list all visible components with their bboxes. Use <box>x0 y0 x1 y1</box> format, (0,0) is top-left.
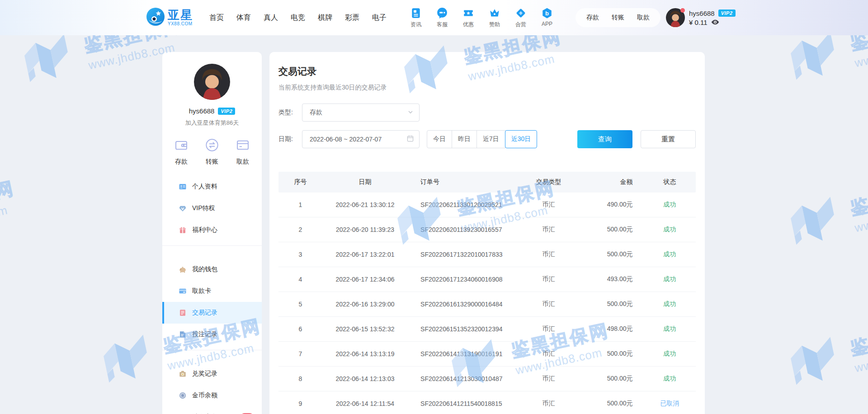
sidebar-item-兑奖记录[interactable]: 兑奖记录 <box>162 363 262 385</box>
nav-link-首页[interactable]: 首页 <box>209 13 224 23</box>
table-cell: 4 <box>278 276 322 283</box>
deposit-icon <box>174 138 189 154</box>
sidebar-item-福利中心[interactable]: 福利中心 <box>162 219 262 241</box>
sidebar-item-我的钱包[interactable]: 我的钱包 <box>162 259 262 280</box>
range-button-今日[interactable]: 今日 <box>427 130 452 148</box>
nav-shortcut-label: 优惠 <box>463 21 474 28</box>
type-select[interactable]: 存款 <box>302 104 420 122</box>
table-cell: 7 <box>278 350 322 358</box>
date-range-input[interactable]: 2022-06-08 ~ 2022-07-07 <box>302 130 420 148</box>
sidebar-item-个人资料[interactable]: 个人资料 <box>162 176 262 198</box>
nav-shortcut-合营[interactable]: 合营 <box>514 7 528 28</box>
watermark-shield-logo <box>781 193 851 254</box>
status-text: 已取消 <box>644 400 696 408</box>
range-button-近7日[interactable]: 近7日 <box>476 130 505 148</box>
table-cell: 500.00元 <box>590 226 644 234</box>
table-cell: 2022-06-14 12:13:03 <box>322 375 408 382</box>
nav-shortcut-客服[interactable]: 客服 <box>435 7 449 28</box>
quick-action-转账[interactable]: 转账 <box>205 138 219 166</box>
nav-link-彩票[interactable]: 彩票 <box>345 13 359 23</box>
partner-icon <box>515 7 527 19</box>
sidebar-item-取款卡[interactable]: 取款卡 <box>162 280 262 302</box>
table-cell: SF202206161329000016484 <box>408 301 508 308</box>
bet-record-icon <box>179 330 187 339</box>
top-navbar: 亚星 YX88.COM 首页体育真人电竞棋牌彩票电子 资讯客服优惠赞助合营bAP… <box>0 0 868 35</box>
table-cell: 币汇 <box>508 350 590 358</box>
column-header: 交易类型 <box>508 178 590 186</box>
nav-link-电竞[interactable]: 电竞 <box>291 13 305 23</box>
vip-badge: VIP2 <box>218 108 235 115</box>
eye-icon[interactable] <box>711 19 719 25</box>
table-cell: 500.00元 <box>590 300 644 308</box>
wallet-action-存款[interactable]: 存款 <box>580 10 605 25</box>
watermark: 鉴黑担保网www.jhdb8.com <box>0 171 21 254</box>
svg-text:b: b <box>545 9 549 16</box>
type-filter-label: 类型: <box>278 108 302 117</box>
table-header-row: 序号日期订单号交易类型金额状态 <box>278 172 696 193</box>
nav-link-电子[interactable]: 电子 <box>372 13 387 23</box>
quick-action-存款[interactable]: 存款 <box>174 138 189 166</box>
site-logo[interactable]: 亚星 YX88.COM <box>146 7 193 28</box>
menu-divider <box>162 350 262 350</box>
table-cell: 5 <box>278 301 322 308</box>
table-row: 52022-06-16 13:29:00SF202206161329000016… <box>278 292 696 317</box>
nav-shortcut-资讯[interactable]: 资讯 <box>409 7 423 28</box>
sidebar-item-投注记录[interactable]: 投注记录 <box>162 324 262 345</box>
sidebar-item-label: 投注记录 <box>192 330 217 339</box>
table-cell: SF202206141313190016191 <box>408 350 508 358</box>
watermark-shield-logo <box>781 28 851 89</box>
profile-icon <box>179 183 187 191</box>
nav-link-真人[interactable]: 真人 <box>264 13 278 23</box>
table-cell: 500.00元 <box>590 375 644 383</box>
table-row: 82022-06-14 12:13:03SF202206141213030010… <box>278 367 696 391</box>
table-cell: 币汇 <box>508 250 590 259</box>
calendar-icon <box>407 135 414 143</box>
sidebar-item-label: 交易记录 <box>192 309 217 317</box>
table-row: 12022-06-21 13:30:12SF202206211330120029… <box>278 193 696 217</box>
watermark-shield-logo <box>94 330 164 391</box>
sponsor-icon <box>489 7 500 19</box>
watermark-url: www.jhdb8.com <box>853 341 868 375</box>
wallet-action-转账[interactable]: 转账 <box>605 10 631 25</box>
table-cell: 币汇 <box>508 300 590 308</box>
range-button-近30日[interactable]: 近30日 <box>505 130 538 148</box>
nav-shortcut-APP[interactable]: bAPP <box>540 7 554 28</box>
table-cell: 2022-06-16 13:29:00 <box>322 301 408 308</box>
withdraw-icon <box>236 138 250 154</box>
nav-shortcut-赞助[interactable]: 赞助 <box>488 7 501 28</box>
nav-shortcut-优惠[interactable]: 优惠 <box>462 7 475 28</box>
nav-link-体育[interactable]: 体育 <box>236 13 251 23</box>
avatar <box>194 64 230 100</box>
status-text: 成功 <box>644 250 696 259</box>
reset-button[interactable]: 重置 <box>641 130 696 148</box>
vip-icon <box>179 204 187 212</box>
watermark: 鉴黑担保网www.jhdb8.com <box>781 171 868 254</box>
nav-shortcut-label: 赞助 <box>489 21 500 28</box>
table-cell: 2022-06-14 12:11:54 <box>322 400 408 407</box>
sidebar-item-消息中心[interactable]: 消息中心51 <box>162 406 262 414</box>
balance-amount: ¥ 0.11 <box>689 19 708 26</box>
table-cell: 币汇 <box>508 226 590 234</box>
sidebar-quick-actions: 存款转账取款 <box>162 138 262 166</box>
query-button[interactable]: 查询 <box>577 130 632 148</box>
avatar[interactable] <box>666 8 685 27</box>
watermark-url: www.jhdb8.com <box>0 201 20 235</box>
quick-action-取款[interactable]: 取款 <box>236 138 250 166</box>
sidebar-item-交易记录[interactable]: 交易记录 <box>162 302 262 324</box>
sidebar-item-label: VIP特权 <box>192 204 215 212</box>
range-button-昨日[interactable]: 昨日 <box>452 130 477 148</box>
my-wallet-icon <box>179 265 187 273</box>
status-text: 成功 <box>644 300 696 308</box>
sidebar-item-金币余额[interactable]: 金币余额 <box>162 385 262 406</box>
logo-name: 亚星 <box>168 9 193 21</box>
nav-shortcut-label: 资讯 <box>410 21 421 28</box>
nav-link-棋牌[interactable]: 棋牌 <box>318 13 332 23</box>
wallet-action-取款[interactable]: 取款 <box>631 10 656 25</box>
table-cell: 2022-06-20 11:39:23 <box>322 226 408 233</box>
sidebar-item-VIP特权[interactable]: VIP特权 <box>162 198 262 219</box>
status-text: 成功 <box>644 201 696 209</box>
sidebar-item-label: 金币余额 <box>192 391 217 400</box>
table-cell: SF202206141213030010487 <box>408 375 508 382</box>
watermark-url: www.jhdb8.com <box>853 201 868 235</box>
table-cell: 493.00元 <box>590 275 644 283</box>
